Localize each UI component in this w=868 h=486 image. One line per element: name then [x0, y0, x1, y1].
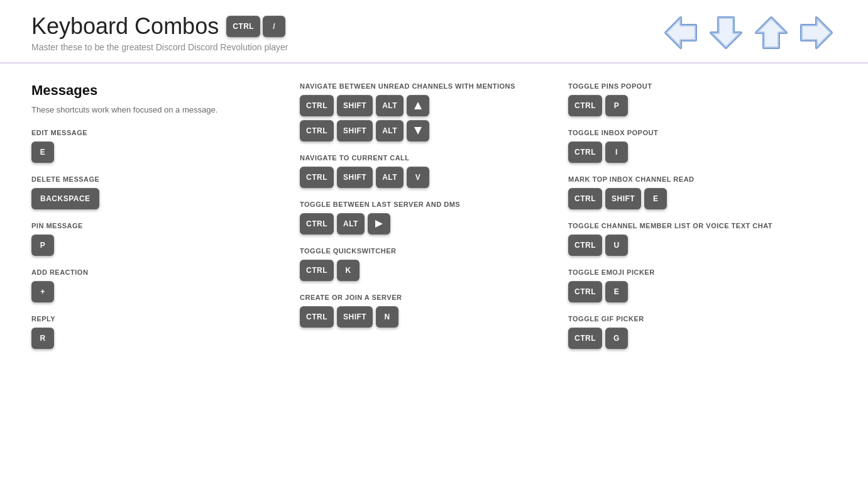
- shortcut-reply: REPLY R: [31, 315, 287, 349]
- keys-toggle-member-list: CTRL U: [568, 235, 824, 256]
- label-mark-inbox: MARK TOP INBOX CHANNEL READ: [568, 175, 824, 183]
- svg-marker-10: [375, 220, 383, 228]
- page-header: Keyboard Combos CTRL / Master these to b…: [0, 0, 868, 64]
- shortcut-delete-message: DELETE MESSAGE BACKSPACE: [31, 175, 287, 209]
- key-ctrl3: CTRL: [300, 167, 334, 188]
- key-ctrl: CTRL: [300, 95, 334, 116]
- shortcut-toggle-gif: TOGGLE GIF PICKER CTRL G: [568, 315, 824, 349]
- svg-marker-8: [414, 102, 422, 109]
- label-toggle-inbox: TOGGLE INBOX POPOUT: [568, 129, 824, 136]
- key-arrow-up: [407, 95, 429, 116]
- section-title-messages: Messages: [31, 82, 287, 99]
- key-plus: +: [31, 281, 54, 302]
- key-u: U: [605, 235, 628, 256]
- header-left: Keyboard Combos CTRL / Master these to b…: [31, 13, 288, 52]
- key-p: P: [31, 235, 54, 256]
- key-ctrl12: CTRL: [568, 328, 602, 349]
- key-arrow-right: [368, 213, 390, 235]
- arrow-up-icon: [751, 13, 791, 53]
- key-e2: E: [605, 281, 628, 302]
- key-slash-title: /: [263, 16, 285, 37]
- svg-marker-3: [711, 18, 741, 48]
- shortcut-create-server: CREATE OR JOIN A SERVER CTRL SHIFT N: [300, 294, 556, 328]
- label-create-server: CREATE OR JOIN A SERVER: [300, 294, 556, 301]
- keys-pin-message: P: [31, 235, 287, 256]
- column-toggles: TOGGLE PINS POPOUT CTRL P TOGGLE INBOX P…: [568, 82, 837, 362]
- keys-delete-message: BACKSPACE: [31, 188, 287, 209]
- label-quickswitcher: TOGGLE QUICKSWITCHER: [300, 247, 556, 255]
- key-ctrl5: CTRL: [300, 260, 334, 281]
- key-e: E: [31, 141, 54, 163]
- column-navigation: NAVIGATE BETWEEN UNREAD CHANNELS WITH ME…: [300, 82, 568, 362]
- key-ctrl7: CTRL: [568, 95, 602, 116]
- key-shift4: SHIFT: [337, 306, 373, 328]
- key-ctrl8: CTRL: [568, 141, 602, 163]
- section-desc-messages: These shortcuts work when focused on a m…: [31, 104, 287, 116]
- shortcut-edit-message: EDIT MESSAGE E: [31, 129, 287, 163]
- key-p2: P: [605, 95, 628, 116]
- keys-create-server: CTRL SHIFT N: [300, 306, 556, 328]
- main-content: Messages These shortcuts work when focus…: [0, 64, 868, 380]
- keys-reply: R: [31, 328, 287, 349]
- keys-toggle-pins: CTRL P: [568, 95, 824, 116]
- key-shift5: SHIFT: [605, 188, 641, 209]
- label-toggle-emoji: TOGGLE EMOJI PICKER: [568, 268, 824, 276]
- key-alt: ALT: [376, 95, 404, 116]
- key-alt2: ALT: [376, 120, 404, 141]
- keys-toggle-inbox: CTRL I: [568, 141, 824, 163]
- key-r: R: [31, 328, 54, 349]
- shortcut-toggle-pins: TOGGLE PINS POPOUT CTRL P: [568, 82, 824, 116]
- keys-add-reaction: +: [31, 281, 287, 302]
- label-edit-message: EDIT MESSAGE: [31, 129, 287, 136]
- key-k: K: [337, 260, 360, 281]
- title-row: Keyboard Combos CTRL /: [31, 13, 288, 40]
- key-arrow-down: [407, 120, 429, 141]
- label-navigate-call: NAVIGATE TO CURRENT CALL: [300, 154, 556, 162]
- shortcut-pin-message: PIN MESSAGE P: [31, 222, 287, 256]
- key-i: I: [605, 141, 628, 163]
- key-ctrl11: CTRL: [568, 281, 602, 302]
- shortcut-mark-inbox: MARK TOP INBOX CHANNEL READ CTRL SHIFT E: [568, 175, 824, 209]
- shortcut-toggle-member-list: TOGGLE CHANNEL MEMBER LIST OR VOICE TEXT…: [568, 222, 824, 256]
- svg-marker-5: [756, 18, 786, 48]
- key-shift: SHIFT: [337, 95, 373, 116]
- keys-toggle-emoji: CTRL E: [568, 281, 824, 302]
- label-toggle-server-dm: TOGGLE BETWEEN LAST SERVER AND DMS: [300, 201, 556, 208]
- key-shift3: SHIFT: [337, 167, 373, 188]
- key-backspace: BACKSPACE: [31, 188, 99, 209]
- key-ctrl10: CTRL: [568, 235, 602, 256]
- label-toggle-pins: TOGGLE PINS POPOUT: [568, 82, 824, 90]
- shortcut-add-reaction: ADD REACTION +: [31, 268, 287, 302]
- label-toggle-member-list: TOGGLE CHANNEL MEMBER LIST OR VOICE TEXT…: [568, 222, 824, 229]
- key-ctrl9: CTRL: [568, 188, 602, 209]
- key-alt3: ALT: [376, 167, 404, 188]
- key-ctrl4: CTRL: [300, 213, 334, 235]
- key-ctrl-title: CTRL: [226, 16, 260, 37]
- page-title: Keyboard Combos: [31, 13, 219, 40]
- key-ctrl2: CTRL: [300, 120, 334, 141]
- svg-marker-9: [414, 127, 422, 135]
- arrow-down-icon: [706, 13, 746, 53]
- header-arrows: [661, 13, 837, 53]
- keys-navigate-call: CTRL SHIFT ALT V: [300, 167, 556, 188]
- svg-marker-1: [666, 18, 696, 48]
- keys-navigate-unread-down: CTRL SHIFT ALT: [300, 120, 556, 141]
- key-n: N: [376, 306, 398, 328]
- shortcut-navigate-call: NAVIGATE TO CURRENT CALL CTRL SHIFT ALT …: [300, 154, 556, 188]
- key-v: V: [407, 167, 429, 188]
- column-messages: Messages These shortcuts work when focus…: [31, 82, 300, 362]
- shortcut-quickswitcher: TOGGLE QUICKSWITCHER CTRL K: [300, 247, 556, 281]
- key-ctrl6: CTRL: [300, 306, 334, 328]
- label-pin-message: PIN MESSAGE: [31, 222, 287, 229]
- keys-toggle-server-dm: CTRL ALT: [300, 213, 556, 235]
- shortcut-toggle-inbox: TOGGLE INBOX POPOUT CTRL I: [568, 129, 824, 163]
- label-navigate-unread: NAVIGATE BETWEEN UNREAD CHANNELS WITH ME…: [300, 82, 556, 90]
- page-subtitle: Master these to be the greatest Discord …: [31, 42, 288, 52]
- key-shift2: SHIFT: [337, 120, 373, 141]
- key-g: G: [605, 328, 628, 349]
- shortcut-toggle-emoji: TOGGLE EMOJI PICKER CTRL E: [568, 268, 824, 302]
- key-e: E: [644, 188, 667, 209]
- keys-mark-inbox: CTRL SHIFT E: [568, 188, 824, 209]
- keys-edit-message: E: [31, 141, 287, 163]
- keys-quickswitcher: CTRL K: [300, 260, 556, 281]
